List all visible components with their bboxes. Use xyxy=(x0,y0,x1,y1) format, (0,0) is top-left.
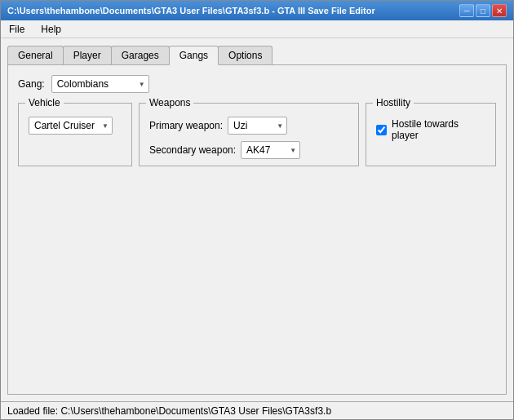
primary-weapon-row: Primary weapon: Uzi AK47 M16 Shotgun Pis… xyxy=(149,117,348,135)
weapons-section: Weapons Primary weapon: Uzi AK47 M16 Sho… xyxy=(139,103,359,166)
vehicle-select-wrapper: Cartel Cruiser Rumpo XL Taxi Police Car … xyxy=(29,117,113,135)
secondary-weapon-select-wrapper: AK47 Uzi M16 Shotgun Pistol None xyxy=(241,141,300,159)
hostility-section: Hostility Hostile towards player xyxy=(366,103,496,166)
tab-garages[interactable]: Garages xyxy=(111,46,170,65)
content-area: General Player Garages Gangs Options Gan… xyxy=(1,38,513,401)
hostile-checkbox[interactable] xyxy=(376,125,387,135)
maximize-button[interactable]: □ xyxy=(476,4,490,17)
sections-row: Vehicle Cartel Cruiser Rumpo XL Taxi Pol… xyxy=(18,103,496,166)
gang-select[interactable]: Colombians Leone Family Triads Diablos Y… xyxy=(51,75,149,93)
menu-file[interactable]: File xyxy=(4,22,29,37)
primary-weapon-label: Primary weapon: xyxy=(149,120,223,131)
secondary-weapon-row: Secondary weapon: AK47 Uzi M16 Shotgun P… xyxy=(149,141,348,159)
tab-general[interactable]: General xyxy=(7,46,64,65)
gang-label: Gang: xyxy=(18,78,45,90)
vehicle-row: Cartel Cruiser Rumpo XL Taxi Police Car … xyxy=(29,117,122,135)
window-title: C:\Users\thehambone\Documents\GTA3 User … xyxy=(7,6,375,15)
tab-player[interactable]: Player xyxy=(63,46,112,65)
status-text: Loaded file: C:\Users\thehambone\Documen… xyxy=(7,405,331,417)
vehicle-section-title: Vehicle xyxy=(25,97,64,108)
title-bar-buttons: ─ □ ✕ xyxy=(459,4,507,17)
secondary-weapon-select[interactable]: AK47 Uzi M16 Shotgun Pistol None xyxy=(241,141,300,159)
weapons-section-title: Weapons xyxy=(146,97,193,108)
vehicle-section: Vehicle Cartel Cruiser Rumpo XL Taxi Pol… xyxy=(18,103,132,166)
gang-row: Gang: Colombians Leone Family Triads Dia… xyxy=(18,75,496,93)
hostile-checkbox-row: Hostile towards player xyxy=(376,118,485,141)
title-bar: C:\Users\thehambone\Documents\GTA3 User … xyxy=(1,1,513,20)
menu-bar: File Help xyxy=(1,20,513,38)
status-bar: Loaded file: C:\Users\thehambone\Documen… xyxy=(1,401,513,419)
tabs-container: General Player Garages Gangs Options xyxy=(7,45,507,64)
tab-gangs[interactable]: Gangs xyxy=(169,46,219,65)
vehicle-select[interactable]: Cartel Cruiser Rumpo XL Taxi Police Car … xyxy=(29,117,113,135)
close-button[interactable]: ✕ xyxy=(492,4,507,17)
hostile-label: Hostile towards player xyxy=(392,118,485,141)
primary-weapon-select-wrapper: Uzi AK47 M16 Shotgun Pistol None xyxy=(228,117,287,135)
hostility-section-title: Hostility xyxy=(373,97,414,108)
panel-gangs: Gang: Colombians Leone Family Triads Dia… xyxy=(7,64,507,395)
main-window: C:\Users\thehambone\Documents\GTA3 User … xyxy=(0,0,514,420)
gang-select-wrapper: Colombians Leone Family Triads Diablos Y… xyxy=(51,75,149,93)
secondary-weapon-label: Secondary weapon: xyxy=(149,144,236,156)
menu-help[interactable]: Help xyxy=(36,22,66,37)
primary-weapon-select[interactable]: Uzi AK47 M16 Shotgun Pistol None xyxy=(228,117,287,135)
minimize-button[interactable]: ─ xyxy=(459,4,474,17)
tab-options[interactable]: Options xyxy=(218,46,273,65)
